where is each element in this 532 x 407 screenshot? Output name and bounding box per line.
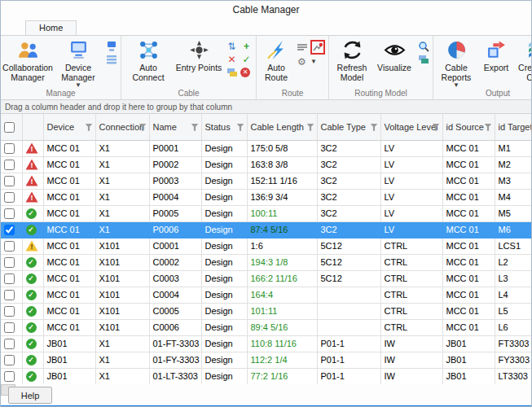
add-cable-icon[interactable]: + [240, 40, 253, 52]
cell-cable-type[interactable]: P01-1 [317, 352, 380, 368]
column-header-status[interactable]: Status [201, 114, 247, 140]
cell-voltage-level[interactable]: CTRL [380, 287, 442, 303]
cell-name[interactable]: 01-LT-3303 [149, 368, 201, 384]
table-row[interactable]: ✓MCC 01X1P0006Design87:4 5/163C2LVMCC 01… [1, 221, 531, 238]
cell-connection[interactable]: X1 [95, 221, 149, 238]
cell-name[interactable]: 01-FY-3303 [149, 352, 201, 368]
row-status-cell[interactable]: ✓ [22, 368, 43, 384]
cell-cable-length[interactable]: 101:11 [247, 303, 317, 319]
cell-id-target[interactable]: L4 [495, 287, 531, 303]
route-lines-icon[interactable] [296, 42, 308, 54]
collaboration-manager-button[interactable]: Collaboration Manager [2, 37, 53, 89]
cell-id-target[interactable]: M1 [495, 140, 531, 156]
cell-cable-length[interactable]: 77:2 1/16 [247, 368, 317, 384]
row-checkbox[interactable] [4, 241, 15, 252]
cell-id-source[interactable]: MCC 01 [442, 319, 495, 335]
row-checkbox[interactable] [4, 290, 15, 300]
cell-id-target[interactable]: M6 [495, 221, 531, 238]
cell-cable-type[interactable]: 3C2 [317, 221, 380, 238]
cell-name[interactable]: P0004 [149, 189, 201, 205]
manage-tool-icon[interactable] [105, 40, 117, 52]
row-checkbox[interactable] [4, 176, 15, 186]
delete-cable-icon[interactable]: ✕ [226, 53, 238, 65]
cell-name[interactable]: C0005 [149, 303, 201, 319]
cell-cable-type[interactable] [317, 287, 380, 303]
cell-name[interactable]: C0003 [149, 270, 201, 287]
row-checkbox-cell[interactable] [1, 335, 22, 352]
delete-route-highlighted-icon[interactable] [310, 40, 325, 55]
help-button[interactable]: Help [8, 387, 52, 404]
manage-list-icon[interactable] [105, 53, 117, 65]
cell-status[interactable]: Design [201, 303, 247, 319]
cell-connection[interactable]: X1 [95, 140, 149, 156]
row-checkbox[interactable] [4, 371, 15, 382]
row-status-cell[interactable]: ! [22, 173, 43, 189]
cell-status[interactable]: Design [201, 270, 247, 287]
cell-device[interactable]: MCC 01 [43, 238, 95, 254]
filter-icon[interactable] [191, 124, 199, 131]
cell-device[interactable]: MCC 01 [43, 270, 95, 287]
row-status-cell[interactable]: ! [22, 238, 43, 254]
dropdown-caret-icon[interactable]: ▼ [310, 59, 317, 65]
column-header-id-target[interactable]: id Target [495, 114, 531, 140]
filter-icon[interactable] [371, 124, 378, 131]
row-checkbox-cell[interactable] [1, 238, 22, 254]
column-header-cable-type[interactable]: Cable Type [317, 114, 380, 140]
filter-icon[interactable] [237, 124, 244, 131]
cell-voltage-level[interactable]: IW [380, 335, 442, 352]
grouping-bar[interactable]: Drag a column header and drop it here to… [1, 100, 531, 114]
cell-id-source[interactable]: MCC 01 [442, 189, 495, 205]
cell-id-target[interactable]: L5 [495, 303, 531, 319]
row-checkbox-cell[interactable] [1, 221, 22, 238]
row-status-cell[interactable]: ✓ [22, 205, 43, 221]
cable-layers-icon[interactable] [226, 66, 238, 78]
cable-reports-button[interactable]: Cable Reports ▼ [435, 37, 477, 89]
cell-name[interactable]: C0006 [149, 319, 201, 335]
cell-voltage-level[interactable]: IW [380, 352, 442, 368]
cell-device[interactable]: MCC 01 [43, 140, 95, 156]
cell-cable-type[interactable]: 3C2 [317, 156, 380, 173]
cell-cable-type[interactable]: 5C12 [317, 270, 380, 287]
row-checkbox[interactable] [4, 339, 15, 349]
zoom-model-icon[interactable] [417, 40, 429, 52]
cell-connection[interactable]: X1 [95, 156, 149, 173]
cell-name[interactable]: C0002 [149, 254, 201, 270]
cell-status[interactable]: Design [201, 189, 247, 205]
cell-connection[interactable]: X1 [95, 352, 149, 368]
route-settings-gear-icon[interactable]: ⚙ [296, 55, 308, 68]
row-status-cell[interactable]: ✓ [22, 319, 43, 335]
cell-status[interactable]: Design [201, 156, 247, 173]
cell-device[interactable]: MCC 01 [43, 205, 95, 221]
row-checkbox-cell[interactable] [1, 287, 22, 303]
cell-connection[interactable]: X1 [95, 368, 149, 384]
auto-route-button[interactable]: Auto Route [258, 37, 294, 89]
cell-connection[interactable]: X101 [95, 287, 149, 303]
cell-id-target[interactable]: M3 [495, 173, 531, 189]
table-row[interactable]: ✓MCC 01X101C0004Design164:4CTRLMCC 01L4 [1, 287, 531, 303]
cell-cable-length[interactable]: 136:9 3/4 [247, 189, 317, 205]
cell-connection[interactable]: X101 [95, 319, 149, 335]
cell-device[interactable]: MCC 01 [43, 287, 95, 303]
row-checkbox-cell[interactable] [1, 368, 22, 384]
row-checkbox[interactable] [4, 257, 15, 268]
row-checkbox[interactable] [4, 208, 15, 219]
row-checkbox-cell[interactable] [1, 303, 22, 319]
cell-id-target[interactable]: L2 [495, 254, 531, 270]
cell-name[interactable]: C0004 [149, 287, 201, 303]
reorder-arrows-icon[interactable]: ⇅ [226, 40, 238, 52]
cell-id-target[interactable]: L6 [495, 319, 531, 335]
cell-voltage-level[interactable]: LV [380, 205, 442, 221]
cell-status[interactable]: Design [201, 368, 247, 384]
row-checkbox-cell[interactable] [1, 254, 22, 270]
cell-device[interactable]: JB01 [43, 352, 95, 368]
cell-id-source[interactable]: JB01 [442, 368, 495, 384]
cell-cable-length[interactable]: 194:3 1/8 [247, 254, 317, 270]
row-checkbox[interactable] [4, 322, 15, 333]
cell-device[interactable]: MCC 01 [43, 303, 95, 319]
cell-voltage-level[interactable]: LV [380, 173, 442, 189]
column-header-cable-length[interactable]: Cable Length [247, 114, 317, 140]
cell-name[interactable]: P0005 [149, 205, 201, 221]
row-status-cell[interactable]: ✓ [22, 270, 43, 287]
cell-connection[interactable]: X1 [95, 205, 149, 221]
cell-cable-length[interactable]: 110:8 11/16 [247, 335, 317, 352]
